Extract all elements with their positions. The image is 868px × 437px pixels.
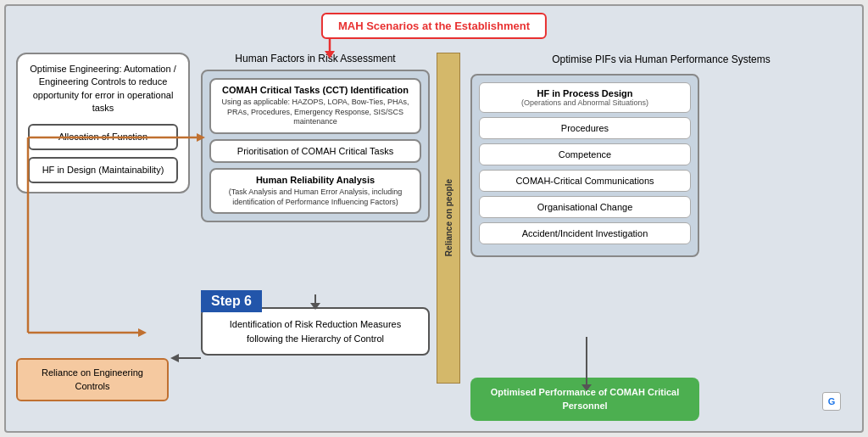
hra-sub-text: (Task Analysis and Human Error Analysis,… [229,188,403,206]
svg-marker-7 [138,328,147,337]
comah-cct-sub-text: Using as applicable: HAZOPS, LOPA, Bow-T… [221,98,409,126]
optimised-perf-box: Optimised Performance of COMAH Critical … [470,378,699,421]
accident-item: Accident/Incident Investigation [479,222,691,244]
optimise-pif-header: Optimise PIFs via Human Performance Syst… [470,53,852,67]
procedures-item: Procedures [479,117,691,139]
reliance-engineering-label: Reliance on Engineering Controls [42,367,143,390]
hra-title-text: Human Reliability Analysis [256,175,375,185]
hra-title: Human Reliability Analysis [218,175,413,185]
optimise-engineering-text: Optimise Engineering: Automation / Engin… [30,64,175,113]
right-column: Optimise PIFs via Human Performance Syst… [470,53,852,257]
mah-header: MAH Scenarios at the Establishment [321,13,547,39]
prioritisation-box: Prioritisation of COMAH Critical Tasks [209,139,421,163]
org-change-label: Organisational Change [537,202,633,212]
hra-box: Human Reliability Analysis (Task Analysi… [209,168,421,214]
reliance-people-bar: Reliance on people [437,53,460,384]
allocation-label: Allocation of Function [58,132,147,142]
reliance-people-text: Reliance on people [444,179,453,256]
comah-cct-box: COMAH Critical Tasks (CCT) Identificatio… [209,78,421,134]
hra-sub: (Task Analysis and Human Error Analysis,… [218,188,413,207]
hf-risk-header: Human Factors in Risk Assessment [201,53,430,64]
competence-item: Competence [479,143,691,165]
middle-column: Human Factors in Risk Assessment COMAH C… [201,53,430,222]
optimise-engineering-box: Optimise Engineering: Automation / Engin… [16,53,190,193]
org-change-item: Organisational Change [479,196,691,218]
risk-reduction-text: Identification of Risk Reduction Measure… [230,319,401,344]
competence-label: Competence [559,149,611,160]
comah-cct-sub: Using as applicable: HAZOPS, LOPA, Bow-T… [218,98,413,127]
g-icon: G [822,392,841,411]
allocation-box: Allocation of Function [28,124,178,150]
step6-label: Step 6 [201,290,262,312]
hf-design-box: HF in Design (Maintainability) [28,157,178,183]
reliance-engineering-box: Reliance on Engineering Controls [16,358,169,401]
step6-text: Step 6 [211,294,252,308]
hf-design-label: HF in Design (Maintainability) [42,165,164,175]
optimise-pif-header-text: Optimise PIFs via Human Performance Syst… [552,53,770,65]
mid-inner: COMAH Critical Tasks (CCT) Identificatio… [201,70,430,222]
hf-process-design-title-text: HF in Process Design [537,88,632,98]
svg-marker-9 [170,354,179,362]
main-container: MAH Scenarios at the Establishment Optim… [4,4,864,433]
mah-header-text: MAH Scenarios at the Establishment [338,20,530,32]
procedures-label: Procedures [561,123,609,133]
right-inner: HF in Process Design (Operations and Abn… [470,74,699,257]
comah-cct-title-text: COMAH Critical Tasks (CCT) Identificatio… [222,85,409,95]
risk-reduction-box: Identification of Risk Reduction Measure… [201,307,430,356]
comah-comms-label: COMAH-Critical Communications [515,176,654,186]
hf-process-design-sub: (Operations and Abnormal Situations) [487,98,683,107]
hf-process-design-item: HF in Process Design (Operations and Abn… [479,82,691,113]
comah-comms-item: COMAH-Critical Communications [479,170,691,192]
g-icon-text: G [828,396,836,406]
comah-cct-title: COMAH Critical Tasks (CCT) Identificatio… [218,85,413,95]
hf-process-design-sub-text: (Operations and Abnormal Situations) [521,98,648,107]
optimised-perf-label: Optimised Performance of COMAH Critical … [491,387,680,410]
prioritisation-label: Prioritisation of COMAH Critical Tasks [237,146,393,156]
hf-risk-header-text: Human Factors in Risk Assessment [235,53,395,64]
left-column: Optimise Engineering: Automation / Engin… [16,53,190,202]
hf-process-design-title: HF in Process Design [487,88,683,98]
accident-label: Accident/Incident Investigation [522,228,648,238]
